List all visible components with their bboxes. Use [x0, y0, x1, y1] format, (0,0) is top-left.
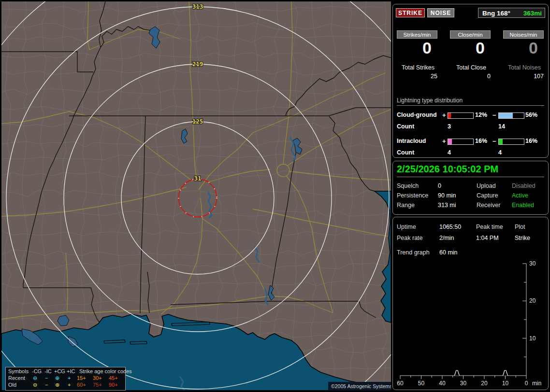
strike-mode-button[interactable]: STRIKE [396, 8, 425, 17]
nexstorm-window: 313 219 125 31 ©2005 Astrogenic Systems … [0, 0, 550, 392]
ic-positive-pct: 16% [475, 138, 487, 144]
noise-mode-button[interactable]: NOISE [427, 8, 454, 17]
legend-header-neg-ic: -IC [44, 368, 52, 375]
legend-age-header: Strike age color codes [79, 368, 132, 375]
distribution-title: Lightning type distribution [397, 97, 544, 106]
svg-text:40: 40 [439, 380, 446, 387]
cg-positive-count: 3 [448, 123, 451, 130]
svg-text:10: 10 [529, 335, 536, 342]
cg-negative-bar-fill [499, 113, 513, 118]
receiver-status: Enabled [512, 202, 534, 209]
capture-status: Active [512, 192, 528, 199]
noises-rate-value: 0 [503, 38, 538, 57]
noises-per-min-button[interactable]: Noises/min [503, 30, 544, 39]
age-60-label: 60+ [77, 382, 86, 388]
old-neg-ic-icon: − [45, 382, 48, 388]
age-90-label: 90+ [109, 382, 118, 388]
cg-count-label: Count [397, 123, 414, 130]
ic-positive-count: 4 [448, 149, 451, 156]
recent-pos-cg-icon: ⊕ [55, 375, 59, 381]
lightning-map[interactable]: 313 219 125 31 ©2005 Astrogenic Systems … [1, 1, 391, 391]
persistence-value: 90 min [438, 192, 456, 199]
ic-negative-count: 4 [498, 149, 502, 156]
legend-header-neg-cg: -CG [32, 368, 42, 375]
plot-label: Plot [515, 224, 525, 230]
bearing-label: Bng 168° [482, 8, 510, 18]
copyright-text: ©2005 Astrogenic Systems [331, 383, 391, 389]
cg-positive-pct: 12% [475, 112, 487, 118]
old-pos-cg-icon: ⊕ [55, 382, 59, 388]
ic-count-label: Count [397, 149, 414, 156]
uptime-label: Uptime [397, 224, 416, 230]
legend-recent-label: Recent [8, 375, 25, 381]
svg-text:20: 20 [529, 297, 536, 304]
peak-rate-label: Peak rate [397, 235, 423, 241]
ring-label-31: 31 [194, 175, 201, 182]
receiver-label: Receiver [477, 202, 500, 209]
peak-time-value: 1:04 PM [476, 235, 499, 241]
cg-minus-sign: − [492, 112, 496, 119]
age-15-label: 15+ [77, 375, 86, 381]
ring-label-219: 219 [192, 60, 203, 68]
svg-text:min: min [532, 380, 541, 387]
svg-text:0: 0 [525, 380, 528, 387]
ring-label-313: 313 [192, 3, 203, 10]
total-strikes-label: Total Strikes [395, 64, 441, 71]
cg-plus-sign: + [442, 112, 446, 119]
status-panel: 2/25/2026 10:05:02 PM Squelch 0 Upload D… [392, 161, 549, 215]
cg-positive-bar-fill [448, 113, 451, 118]
trend-panel: Uptime 1065:50 Peak time Plot Peak rate … [392, 217, 549, 390]
range-label: Range [397, 202, 415, 209]
legend-header-pos-ic: +IC [67, 368, 75, 375]
old-pos-ic-icon: + [68, 382, 71, 388]
intracloud-label: Intracloud [397, 138, 426, 144]
legend-old-label: Old [8, 382, 16, 388]
upload-label: Upload [477, 182, 496, 189]
age-45-label: 45+ [109, 375, 118, 381]
recent-pos-ic-icon: + [68, 375, 71, 381]
svg-text:50: 50 [418, 380, 425, 387]
bearing-display: Bng 168° 363mi [478, 8, 545, 18]
ic-positive-bar-fill [448, 139, 452, 144]
svg-text:10: 10 [502, 380, 509, 387]
symbol-legend: Symbols -CG -IC +CG +IC Strike age color… [5, 367, 126, 391]
ic-positive-bar [448, 139, 474, 145]
total-close-label: Total Close [448, 64, 494, 71]
cg-negative-bar [498, 112, 524, 119]
total-noises-value: 107 [507, 73, 544, 80]
squelch-label: Squelch [397, 182, 419, 189]
uptime-value: 1065:50 [439, 224, 461, 230]
recent-neg-ic-icon: − [45, 375, 48, 381]
plot-mode-value: Strike [515, 235, 530, 241]
map-canvas[interactable]: 313 219 125 31 ©2005 Astrogenic Systems [1, 1, 391, 391]
legend-header-pos-cg: +CG [54, 368, 65, 375]
svg-text:30: 30 [460, 380, 467, 387]
persistence-label: Persistence [397, 192, 428, 199]
svg-text:20: 20 [481, 380, 488, 387]
total-strikes-value: 25 [401, 73, 437, 80]
ic-negative-bar [498, 139, 524, 145]
old-neg-cg-icon: ⊖ [33, 382, 37, 388]
strikes-per-min-button[interactable]: Strikes/min [397, 30, 437, 39]
strikes-rate-value: 0 [397, 38, 432, 57]
squelch-value: 0 [438, 182, 441, 189]
datetime-display: 2/25/2026 10:05:02 PM [397, 164, 544, 177]
ring-label-125: 125 [192, 118, 203, 125]
cg-negative-count: 14 [498, 123, 505, 130]
capture-label: Capture [477, 192, 498, 199]
age-75-label: 75+ [93, 382, 102, 388]
ic-negative-pct: 16% [525, 138, 537, 144]
svg-text:30: 30 [529, 260, 536, 267]
age-30-label: 30+ [93, 375, 102, 381]
svg-text:60: 60 [397, 380, 404, 387]
close-per-min-button[interactable]: Close/min [450, 30, 491, 39]
upload-status: Disabled [512, 182, 536, 189]
recent-neg-cg-icon: ⊖ [33, 375, 37, 381]
legend-symbols-header: Symbols [8, 368, 29, 375]
peak-rate-value: 2/min [439, 235, 454, 241]
counters-panel: STRIKE NOISE Bng 168° 363mi Strikes/min … [392, 4, 549, 158]
cg-negative-pct: 56% [525, 112, 537, 118]
total-noises-label: Total Noises [501, 64, 548, 71]
trend-graph-label: Trend graph [397, 249, 430, 256]
ic-plus-sign: + [442, 138, 446, 145]
